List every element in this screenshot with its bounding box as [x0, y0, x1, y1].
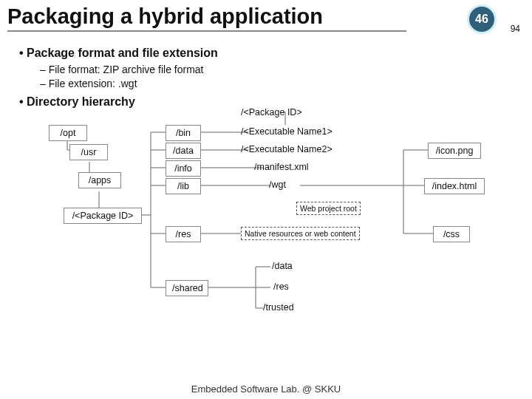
label-executable-1: /<Executable Name1> [241, 126, 332, 137]
directory-diagram: /opt /usr /apps /<Package ID> /bin /data… [19, 112, 522, 355]
label-shared-data: /data [272, 261, 293, 271]
node-icon-png: /icon.png [428, 143, 481, 159]
node-css: /css [433, 226, 470, 242]
label-package-id-header: /<Package ID> [241, 107, 302, 117]
node-info: /info [166, 160, 201, 177]
bullet-package-format: Package format and file extension [19, 47, 513, 60]
node-data: /data [166, 143, 201, 159]
subbullet-file-format: File format: ZIP archive file format [40, 63, 513, 77]
label-shared-res: /res [273, 282, 289, 292]
label-manifest: /manifest.xml [254, 162, 309, 172]
label-wgt: /wgt [269, 180, 286, 190]
subbullet-file-extension: File extension: .wgt [40, 77, 513, 91]
node-shared: /shared [166, 280, 208, 296]
node-usr: /usr [69, 144, 108, 160]
footer-text: Embedded Software Lab. @ SKKU [0, 383, 532, 395]
label-executable-2: /<Executable Name2> [241, 144, 332, 154]
page-title: Packaging a hybrid application [7, 4, 406, 32]
total-slides: 94 [511, 24, 520, 34]
node-bin: /bin [166, 125, 201, 141]
node-index-html: /index.html [424, 178, 485, 194]
node-package-id: /<Package ID> [64, 208, 142, 224]
label-shared-trusted: /trusted [263, 302, 294, 313]
node-lib: /lib [166, 178, 201, 194]
box-web-project-root: Web project root [296, 202, 361, 215]
slide-number-badge: 46 [467, 4, 497, 34]
box-native-or-web: Native resources or web content [241, 227, 360, 240]
node-apps: /apps [78, 172, 121, 188]
node-opt: /opt [49, 125, 87, 141]
node-res: /res [166, 226, 201, 242]
